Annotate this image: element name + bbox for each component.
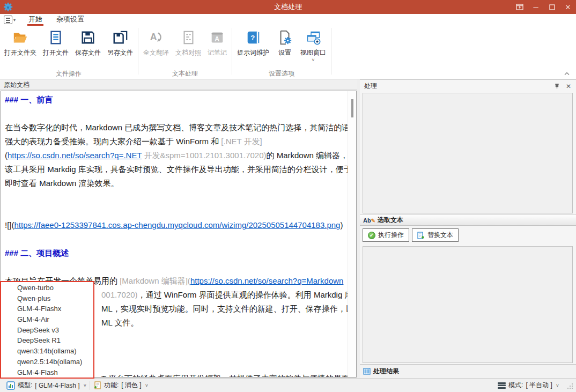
ribbon: 打开文件夹打开文件保存文件另存文件文件操作A全文翻译文档对照A记笔记文本处理?提… bbox=[0, 26, 576, 79]
ribbon-group: 打开文件夹打开文件保存文件另存文件文件操作 bbox=[0, 26, 137, 79]
model-option[interactable]: qwen2.5:14b(ollama) bbox=[1, 357, 93, 367]
app-window: v 文档处理 ─ ✕ ▾ 开始 杂项设置 打开文件夹打开文件保存文件另存文件文件… bbox=[0, 0, 576, 392]
document-line: 强大的表现力备受推崇。现向大家介绍一款基于 WinForm 和 [.NET 开发… bbox=[5, 135, 346, 149]
translate-all-button: A全文翻译 bbox=[140, 27, 172, 57]
maximize-button[interactable] bbox=[544, 0, 560, 14]
group-separator bbox=[232, 28, 232, 75]
process-result-label: 处理结果 bbox=[373, 367, 399, 376]
prompt-maintain-button[interactable]: ?提示词维护 bbox=[234, 27, 272, 57]
take-notes-button: A记笔记 bbox=[204, 27, 230, 57]
mode-lines-icon bbox=[498, 382, 506, 389]
close-button[interactable]: ✕ bbox=[560, 0, 576, 14]
svg-text:A: A bbox=[215, 35, 219, 43]
group-separator bbox=[138, 28, 138, 75]
function-value: [ 润色 ] bbox=[121, 381, 141, 390]
minimize-button[interactable]: ─ bbox=[528, 0, 544, 14]
document-line: 该工具采用 Markdig 库实现，具备实时预览、文件操作及导出功能，并采用简洁… bbox=[5, 162, 346, 176]
save-as-icon bbox=[112, 29, 129, 46]
ribbon-group-label: 设置选项 bbox=[234, 69, 329, 79]
process-selection-area[interactable] bbox=[363, 246, 573, 363]
select-text-icon: Ab✎ bbox=[363, 217, 375, 224]
document-line bbox=[5, 190, 346, 204]
tab-misc-settings[interactable]: 杂项设置 bbox=[55, 14, 85, 26]
model-value: [ GLM-4-Flash ] bbox=[35, 382, 79, 389]
scrollbar-thumb[interactable] bbox=[351, 99, 353, 117]
app-menu-button[interactable]: ▾ bbox=[4, 16, 16, 24]
model-option[interactable]: GLM-4-Flash bbox=[1, 367, 93, 378]
svg-text:?: ? bbox=[250, 34, 255, 42]
model-option[interactable]: GLM-4-Air bbox=[1, 314, 93, 325]
execute-operation-button[interactable]: ✓ 执行操作 bbox=[363, 228, 409, 242]
vertical-scrollbar[interactable] bbox=[348, 91, 356, 377]
check-icon: ✓ bbox=[368, 232, 375, 239]
document-line: ### 一、前言 bbox=[5, 93, 346, 107]
model-chart-icon bbox=[6, 381, 15, 390]
resize-grip[interactable] bbox=[566, 382, 573, 389]
document-line: 即时查看 Markdown 渲染效果。 bbox=[5, 176, 346, 190]
result-table-icon bbox=[363, 368, 371, 375]
prompt-help-icon: ? bbox=[245, 29, 262, 46]
ribbon-button-label: 另存文件 bbox=[107, 48, 133, 57]
open-file-icon bbox=[47, 29, 64, 46]
model-option[interactable]: DeepSeek v3 bbox=[1, 325, 93, 336]
svg-text:A: A bbox=[150, 32, 157, 42]
model-option[interactable]: Qwen-plus bbox=[1, 293, 93, 304]
document-line: ### 二、项目概述 bbox=[5, 246, 346, 260]
save-file-icon bbox=[79, 29, 97, 46]
original-document-header: 原始文档 bbox=[0, 79, 357, 90]
statusbar: 模型: [ GLM-4-Flash ] ˅ 功能: [ 润色 ] ˅ 模式: [… bbox=[0, 378, 576, 392]
open-folder-icon bbox=[12, 29, 29, 46]
mode-selector[interactable]: 模式: [ 半自动 ] ˅ bbox=[494, 379, 562, 392]
model-prefix: 模型: bbox=[18, 381, 32, 390]
collapse-ribbon-icon[interactable] bbox=[564, 72, 570, 76]
document-line bbox=[5, 260, 346, 274]
ribbon-button-label: 设置 bbox=[278, 48, 291, 57]
ribbon-tab-row: ▾ 开始 杂项设置 bbox=[0, 14, 576, 26]
ribbon-button-label: 打开文件 bbox=[43, 48, 69, 57]
model-option[interactable]: Qwen-turbo bbox=[1, 283, 93, 293]
titlebar: v 文档处理 ─ ✕ bbox=[0, 0, 576, 14]
model-option[interactable]: qwen3:14b(ollama) bbox=[1, 346, 93, 357]
chevron-down-icon: ▾ bbox=[13, 18, 16, 23]
ribbon-button-label: 记笔记 bbox=[208, 48, 227, 57]
view-window-button[interactable]: 视图窗口˅ bbox=[297, 27, 329, 62]
document-line: (https://so.csdn.net/so/search?q=.NET 开发… bbox=[5, 149, 346, 162]
settings-button[interactable]: 设置 bbox=[272, 27, 297, 57]
open-folder-button[interactable]: 打开文件夹 bbox=[1, 27, 40, 57]
pin-icon[interactable] bbox=[552, 82, 561, 91]
ribbon-button-label: 全文翻译 bbox=[143, 48, 169, 57]
replace-doc-icon bbox=[417, 232, 425, 239]
close-panel-icon[interactable]: ✕ bbox=[564, 82, 573, 91]
process-result-header[interactable]: 处理结果 bbox=[360, 364, 576, 378]
save-as-button[interactable]: 另存文件 bbox=[104, 27, 136, 57]
model-option[interactable]: DeepSeek R1 bbox=[1, 335, 93, 346]
doc-compare-button: 文档对照 bbox=[172, 27, 204, 57]
model-selector[interactable]: 模型: [ GLM-4-Flash ] ˅ bbox=[3, 379, 90, 392]
ribbon-button-label: 提示词维护 bbox=[237, 48, 269, 57]
ribbon-button-label: 保存文件 bbox=[75, 48, 101, 57]
ribbon-group-label: 文本处理 bbox=[140, 69, 230, 79]
tab-home[interactable]: 开始 bbox=[27, 14, 43, 26]
model-option[interactable]: GLM-4-Flashx bbox=[1, 304, 93, 314]
app-gear-icon: v bbox=[3, 2, 13, 12]
note-icon: A bbox=[209, 29, 226, 46]
mode-value: [ 半自动 ] bbox=[526, 381, 552, 390]
replace-text-button[interactable]: 替换文本 bbox=[412, 228, 459, 242]
document-line bbox=[5, 232, 346, 246]
toggle-window-style-button[interactable] bbox=[512, 0, 528, 14]
function-selector[interactable]: 功能: [ 润色 ] ˅ bbox=[90, 379, 151, 392]
ribbon-group: ?提示词维护设置视图窗口˅设置选项 bbox=[233, 26, 330, 79]
chevron-down-icon: ˅ bbox=[312, 58, 314, 62]
open-file-button[interactable]: 打开文件 bbox=[40, 27, 72, 57]
mode-prefix: 模式: bbox=[508, 381, 523, 390]
save-file-button[interactable]: 保存文件 bbox=[72, 27, 104, 57]
window-title: 文档处理 bbox=[0, 2, 576, 12]
chevron-down-icon: ˅ bbox=[556, 383, 559, 388]
process-panel: 处理 ✕ Ab✎ 选取文本 ✓ 执行操作 替换文本 处理结果 bbox=[360, 79, 576, 378]
view-window-icon bbox=[305, 29, 322, 46]
select-text-label: 选取文本 bbox=[378, 216, 403, 225]
document-line: ![](https://faee0-1253397841.cos.ap-chen… bbox=[5, 218, 346, 232]
ribbon-group-label: 文件操作 bbox=[1, 69, 136, 79]
process-input-area[interactable] bbox=[363, 93, 573, 213]
document-line bbox=[5, 204, 346, 218]
